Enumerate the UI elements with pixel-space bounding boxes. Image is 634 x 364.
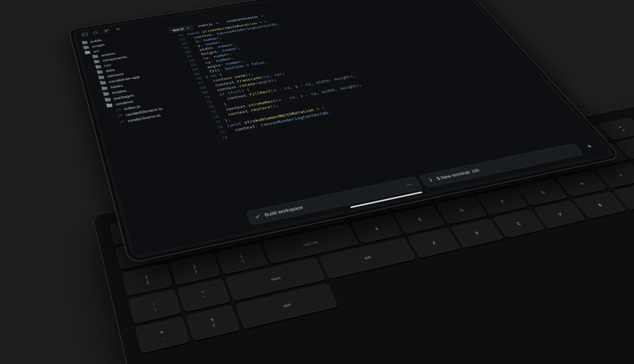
- settings-icon[interactable]: [114, 27, 122, 32]
- key[interactable]: A: [351, 215, 402, 244]
- chevron-right-icon: [428, 178, 434, 182]
- file-icon: /*: [118, 120, 125, 124]
- key[interactable]: F: [477, 188, 528, 215]
- svg-point-2: [93, 31, 97, 34]
- svg-point-7: [117, 29, 119, 30]
- svg-line-3: [97, 33, 98, 34]
- folder-icon: [105, 98, 111, 102]
- key[interactable]: >.: [136, 317, 190, 353]
- key[interactable]: Z: [408, 228, 460, 258]
- file-icon: /*: [117, 114, 123, 118]
- folder-icon: [95, 65, 101, 69]
- svg-point-5: [105, 32, 107, 32]
- folder-icon: [101, 86, 107, 90]
- key[interactable]: S: [394, 206, 445, 234]
- svg-rect-0: [82, 33, 88, 36]
- tree-item-label: css: [104, 63, 111, 67]
- svg-line-1: [83, 33, 84, 36]
- search-icon[interactable]: [92, 30, 100, 35]
- folder-icon: [85, 51, 90, 54]
- key[interactable]: X: [451, 219, 503, 248]
- file-icon: /*: [115, 108, 121, 112]
- folder-icon: [106, 104, 113, 108]
- tab-label: app.js: [172, 27, 184, 32]
- folder-icon: [82, 41, 88, 45]
- folder-icon: [83, 46, 89, 49]
- svg-point-4: [105, 30, 106, 30]
- folder-icon: [93, 55, 98, 58]
- build-workspace-label: Build workspace: [264, 205, 304, 217]
- tab-label: index.js: [198, 22, 213, 27]
- close-icon[interactable]: ✕: [215, 22, 219, 25]
- close-icon[interactable]: ✕: [186, 26, 191, 29]
- folder-icon: [103, 92, 109, 96]
- sidebar-toggle-icon[interactable]: [81, 32, 89, 37]
- new-terminal-label: $ New terminal: zsh: [435, 168, 480, 181]
- folder-icon: [98, 76, 104, 80]
- svg-point-6: [107, 29, 109, 30]
- tree-item-label: src: [93, 49, 100, 53]
- tree-item-label: data: [105, 68, 115, 73]
- build-more-icon[interactable]: ⋯: [404, 181, 415, 188]
- key[interactable]: ?/: [186, 305, 240, 341]
- folder-icon: [100, 81, 106, 85]
- folder-icon: [94, 60, 100, 64]
- folder-icon: [97, 70, 103, 74]
- check-icon: [254, 214, 261, 219]
- branch-icon[interactable]: [103, 28, 111, 33]
- close-icon[interactable]: ✕: [260, 14, 264, 18]
- key[interactable]: D: [436, 196, 487, 224]
